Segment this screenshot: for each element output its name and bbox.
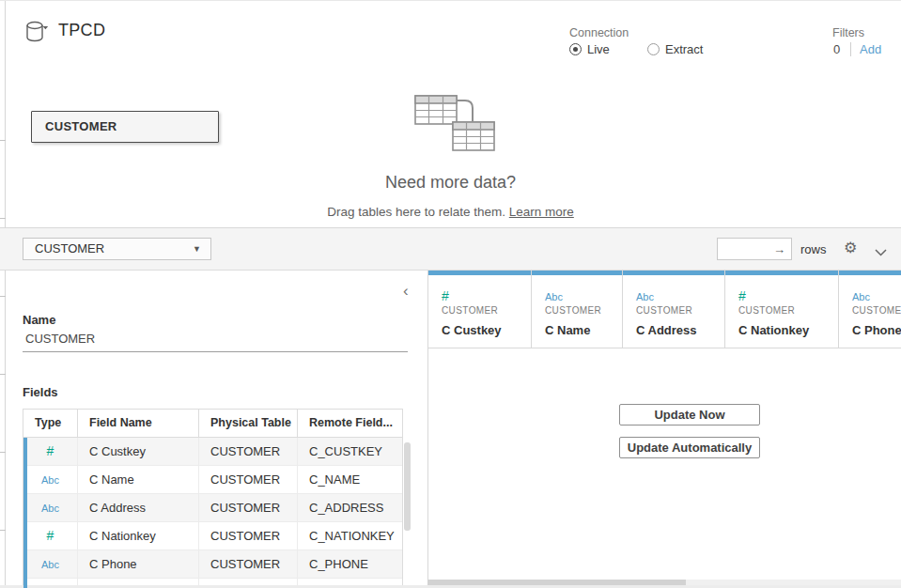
column-type-icon: Abc: [636, 291, 654, 302]
radio-extract-label: Extract: [665, 42, 703, 56]
filters-add-link[interactable]: Add: [860, 42, 881, 56]
fields-table-scrollbar[interactable]: [404, 442, 411, 531]
column-table-label: CUSTOMER: [738, 305, 838, 316]
field-name-cell: C Nationkey: [78, 522, 199, 549]
fields-label: Fields: [23, 385, 58, 399]
remote-field-cell: C_NATIONKEY: [298, 522, 402, 549]
field-name-cell: C Custkey: [78, 438, 199, 465]
remote-field-cell: C_PHONE: [298, 550, 402, 578]
table-row[interactable]: Abc C Phone CUSTOMER C_PHONE: [23, 550, 402, 579]
datasource-title: TPCD: [58, 21, 105, 40]
field-name-cell: C Phone: [78, 550, 199, 578]
data-preview-grid: # CUSTOMER C Custkey Abc CUSTOMER C Name…: [427, 271, 901, 581]
connection-label: Connection: [569, 26, 629, 39]
remote-field-cell: C_NAME: [298, 466, 402, 493]
column-table-label: CUSTOMER: [636, 305, 724, 316]
left-pane-splitter[interactable]: [0, 1, 6, 588]
update-now-button[interactable]: Update Now: [619, 404, 760, 426]
collapse-panel-icon[interactable]: ‹: [403, 283, 409, 299]
radio-live[interactable]: Live: [569, 42, 610, 56]
splitter-tick: [0, 530, 6, 531]
datagrid-toolbar: CUSTOMER ▼ → rows ⚙: [0, 227, 901, 271]
go-arrow-icon: →: [773, 240, 785, 259]
fields-table-header: Type Field Name Physical Table Remote Fi…: [23, 410, 402, 438]
gear-icon[interactable]: ⚙: [844, 239, 857, 256]
chevron-down-icon[interactable]: [875, 243, 887, 260]
radio-live-label: Live: [587, 42, 610, 56]
column-field-label: C Custkey: [442, 323, 531, 337]
radio-live-circle[interactable]: [569, 43, 582, 55]
col-header-field-name[interactable]: Field Name: [78, 410, 199, 437]
rows-count-input[interactable]: →: [717, 238, 792, 260]
radio-extract[interactable]: Extract: [647, 42, 703, 56]
drag-tables-hint: Drag tables here to relate them. Learn m…: [0, 205, 901, 219]
field-type-icon: Abc: [41, 474, 59, 486]
physical-table-cell: CUSTOMER: [199, 550, 298, 578]
field-type-icon: Abc: [41, 559, 59, 570]
rows-label: rows: [800, 242, 826, 256]
column-field-label: C Nationkey: [738, 323, 838, 337]
physical-table-cell: CUSTOMER: [199, 466, 298, 493]
canvas-table-customer[interactable]: CUSTOMER: [31, 111, 219, 143]
column-type-icon: Abc: [545, 291, 563, 302]
field-type-icon: #: [47, 443, 54, 458]
column-field-label: C Address: [636, 323, 724, 337]
column-table-label: CUSTOMER: [545, 305, 622, 316]
physical-table-cell: CUSTOMER: [199, 494, 298, 521]
name-label: Name: [23, 313, 55, 327]
grid-column-header[interactable]: Abc CUSTOMER C Address: [623, 271, 725, 348]
tableau-datasource-page: TPCD Connection Live Extract Filters 0 A…: [0, 0, 901, 588]
table-name-input[interactable]: CUSTOMER: [23, 332, 408, 352]
filters-count: 0: [833, 42, 840, 56]
grid-column-header[interactable]: Abc CUSTOMER C Name: [532, 271, 623, 348]
datasource-database-icon[interactable]: [25, 21, 57, 43]
table-row[interactable]: Abc C Name CUSTOMER C_NAME: [23, 466, 402, 494]
grid-column-header[interactable]: # CUSTOMER C Custkey: [428, 271, 532, 348]
column-type-icon: Abc: [852, 291, 870, 302]
splitter-tick: [0, 374, 6, 375]
remote-field-cell: C_CUSTKEY: [298, 438, 402, 465]
table-row[interactable]: # C Custkey CUSTOMER C_CUSTKEY: [23, 438, 402, 466]
field-type-icon: Abc: [41, 503, 59, 514]
col-header-remote-field[interactable]: Remote Field...: [298, 410, 402, 437]
table-row[interactable]: # C Nationkey CUSTOMER C_NATIONKEY: [23, 522, 402, 550]
grid-column-header[interactable]: # CUSTOMER C Nationkey: [725, 271, 839, 348]
grid-column-header[interactable]: Abc CUSTOMER C Phone: [839, 271, 901, 348]
filters-divider: [850, 42, 851, 56]
table-select-dropdown[interactable]: CUSTOMER ▼: [23, 238, 211, 260]
fields-table: Type Field Name Physical Table Remote Fi…: [23, 409, 403, 588]
learn-more-link[interactable]: Learn more: [509, 205, 574, 219]
need-more-data-heading: Need more data?: [0, 173, 901, 193]
splitter-tick: [0, 140, 6, 141]
remote-field-cell: C_ADDRESS: [298, 494, 402, 521]
filters-label: Filters: [832, 26, 864, 39]
column-field-label: C Name: [545, 323, 622, 337]
fields-table-body: # C Custkey CUSTOMER C_CUSTKEY Abc C Nam…: [23, 438, 402, 579]
physical-table-cell: CUSTOMER: [199, 438, 298, 465]
update-automatically-button[interactable]: Update Automatically: [619, 437, 760, 458]
dropdown-caret-icon: ▼: [193, 239, 201, 259]
relate-tables-icon: [410, 90, 499, 160]
radio-extract-circle[interactable]: [647, 43, 660, 55]
field-type-icon: #: [47, 528, 54, 543]
table-row[interactable]: Abc C Address CUSTOMER C_ADDRESS: [23, 494, 402, 522]
col-header-physical-table[interactable]: Physical Table: [199, 410, 298, 437]
drag-tables-text: Drag tables here to relate them.: [327, 205, 509, 219]
column-table-label: CUSTOMER: [442, 305, 531, 316]
splitter-tick: [0, 452, 6, 453]
field-name-cell: C Name: [78, 466, 199, 493]
column-type-icon: #: [442, 288, 449, 303]
column-field-label: C Phone: [852, 323, 901, 337]
col-header-type[interactable]: Type: [23, 410, 78, 437]
field-name-cell: C Address: [78, 494, 199, 521]
physical-table-cell: CUSTOMER: [199, 522, 298, 549]
column-type-icon: #: [738, 288, 746, 303]
splitter-tick: [0, 296, 6, 297]
grid-header-row: # CUSTOMER C Custkey Abc CUSTOMER C Name…: [428, 271, 901, 348]
column-table-label: CUSTOMER: [852, 305, 901, 316]
table-select-value: CUSTOMER: [35, 241, 104, 255]
